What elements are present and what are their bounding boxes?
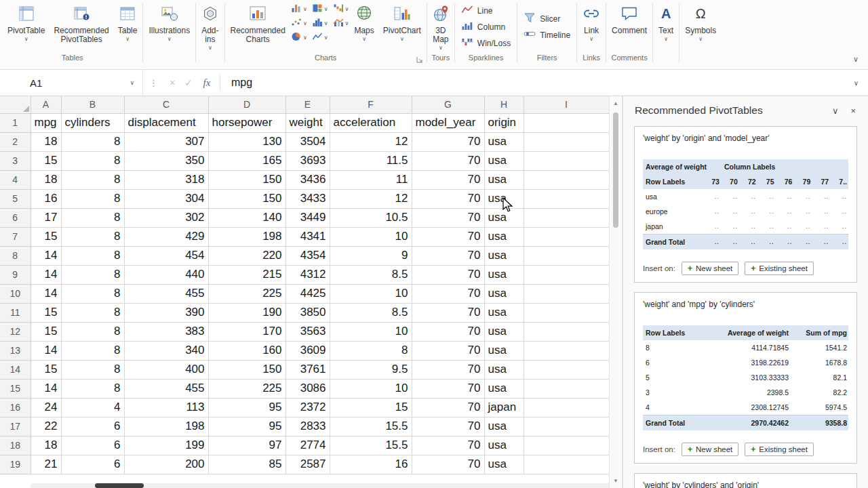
grid-cell[interactable]: 8 — [61, 265, 124, 284]
illustrations-button[interactable]: Illustrations ∨ — [145, 1, 193, 42]
row-header[interactable]: 1 — [0, 113, 31, 132]
grid-cell[interactable]: usa — [484, 417, 524, 436]
pivot-suggestion-card[interactable]: 'weight' by 'origin' and 'model_year' Av… — [634, 126, 857, 283]
scroll-up-icon[interactable]: ▲ — [610, 100, 622, 106]
grid-cell[interactable]: 350 — [124, 151, 208, 170]
grid-cell[interactable]: 70 — [412, 189, 484, 208]
timeline-button[interactable]: Timeline — [519, 27, 574, 43]
grid-cell[interactable]: cylinders — [61, 113, 124, 132]
grid-cell[interactable]: 2833 — [285, 417, 330, 436]
grid-cell[interactable]: 11.5 — [330, 151, 412, 170]
grid-cell[interactable]: 16 — [330, 455, 412, 474]
table-button[interactable]: Table ∨ — [115, 1, 141, 42]
column-header[interactable]: D — [208, 96, 285, 113]
grid-cell[interactable]: usa — [484, 455, 524, 474]
grid-cell[interactable]: 14 — [31, 379, 61, 398]
grid-cell[interactable]: usa — [484, 132, 524, 151]
histogram-chart-button[interactable]: ∨ — [312, 18, 328, 29]
grid-cell[interactable] — [524, 113, 609, 132]
column-header[interactable]: I — [524, 96, 609, 113]
grid-cell[interactable]: 215 — [208, 265, 285, 284]
waterfall-chart-button[interactable]: ∨ — [333, 4, 349, 15]
grid-cell[interactable]: 440 — [124, 265, 208, 284]
grid-cell[interactable] — [524, 455, 609, 474]
grid-cell[interactable]: usa — [484, 151, 524, 170]
row-header[interactable]: 10 — [0, 284, 31, 303]
treemap-chart-button[interactable]: ∨ — [312, 4, 328, 15]
grid-cell[interactable] — [524, 208, 609, 227]
grid-cell[interactable]: 6 — [61, 417, 124, 436]
grid-cell[interactable]: 8 — [61, 208, 124, 227]
grid-cell[interactable]: 8.5 — [330, 265, 412, 284]
grid-cell[interactable]: 70 — [412, 246, 484, 265]
expand-formula-bar-icon[interactable]: ∨ — [854, 79, 868, 87]
column-header[interactable]: B — [61, 96, 124, 113]
row-header[interactable]: 15 — [0, 379, 31, 398]
grid-cell[interactable] — [524, 322, 609, 341]
grid-cell[interactable]: 2587 — [285, 455, 330, 474]
grid-cell[interactable]: 3436 — [285, 170, 330, 189]
grid-cell[interactable]: acceleration — [330, 113, 412, 132]
row-header[interactable]: 19 — [0, 455, 31, 474]
grid-cell[interactable]: 18 — [31, 436, 61, 455]
grid-cell[interactable]: 4 — [61, 398, 124, 417]
recommended-pivottables-button[interactable]: RecommendedPivotTables — [50, 1, 112, 44]
row-header[interactable]: 6 — [0, 208, 31, 227]
grid-cell[interactable]: 70 — [412, 360, 484, 379]
column-header[interactable]: E — [285, 96, 330, 113]
grid-cell[interactable] — [524, 303, 609, 322]
grid-cell[interactable]: 18 — [31, 132, 61, 151]
grid-cell[interactable]: 8 — [61, 132, 124, 151]
grid-cell[interactable]: 21 — [31, 455, 61, 474]
row-header[interactable]: 8 — [0, 246, 31, 265]
grid-cell[interactable] — [524, 436, 609, 455]
grid-cell[interactable]: 14 — [31, 284, 61, 303]
grid-cell[interactable] — [524, 284, 609, 303]
grid-cell[interactable]: 8 — [330, 341, 412, 360]
recommended-charts-button[interactable]: RecommendedCharts — [227, 1, 289, 44]
grid-cell[interactable]: 340 — [124, 341, 208, 360]
grid-cell[interactable]: 8 — [61, 227, 124, 246]
column-header[interactable]: F — [330, 96, 412, 113]
grid-cell[interactable]: 2372 — [285, 398, 330, 417]
column-header[interactable]: A — [31, 96, 61, 113]
column-header[interactable]: H — [484, 96, 524, 113]
grid-cell[interactable]: 24 — [31, 398, 61, 417]
grid-cell[interactable]: 14 — [31, 341, 61, 360]
grid-cell[interactable]: 8 — [61, 189, 124, 208]
grid-cell[interactable]: usa — [484, 246, 524, 265]
grid-cell[interactable] — [524, 360, 609, 379]
grid-cell[interactable]: 150 — [208, 170, 285, 189]
grid-cell[interactable] — [524, 398, 609, 417]
name-box[interactable]: A1 ∨ — [0, 70, 143, 96]
grid-cell[interactable]: 12 — [330, 189, 412, 208]
grid-cell[interactable]: 150 — [208, 189, 285, 208]
grid-cell[interactable]: 70 — [412, 284, 484, 303]
grid-cell[interactable] — [524, 151, 609, 170]
grid-cell[interactable]: 15 — [31, 151, 61, 170]
grid-cell[interactable]: 140 — [208, 208, 285, 227]
grid-cell[interactable]: 8 — [61, 360, 124, 379]
grid-cell[interactable]: 160 — [208, 341, 285, 360]
row-header[interactable]: 14 — [0, 360, 31, 379]
grid-cell[interactable] — [524, 189, 609, 208]
grid-cell[interactable]: 302 — [124, 208, 208, 227]
grid-cell[interactable]: 4312 — [285, 265, 330, 284]
grid-cell[interactable]: 8.5 — [330, 303, 412, 322]
grid-cell[interactable]: japan — [484, 398, 524, 417]
grid-cell[interactable]: 6 — [61, 455, 124, 474]
pivotchart-button[interactable]: PivotChart ∨ — [380, 1, 425, 42]
grid-cell[interactable]: 8 — [61, 246, 124, 265]
grid-cell[interactable]: 454 — [124, 246, 208, 265]
grid-cell[interactable]: 200 — [124, 455, 208, 474]
row-header[interactable]: 13 — [0, 341, 31, 360]
formula-bar-handle-icon[interactable]: ⋮ — [149, 78, 158, 88]
grid-cell[interactable]: 14 — [31, 265, 61, 284]
vertical-scrollbar[interactable]: ▲ ▼ — [609, 96, 623, 488]
sparkline-line-button[interactable]: Line — [457, 3, 515, 19]
grid-cell[interactable]: 95 — [208, 417, 285, 436]
grid-cell[interactable] — [524, 246, 609, 265]
grid-cell[interactable]: 11 — [330, 170, 412, 189]
grid-cell[interactable] — [524, 417, 609, 436]
grid-cell[interactable]: 3850 — [285, 303, 330, 322]
